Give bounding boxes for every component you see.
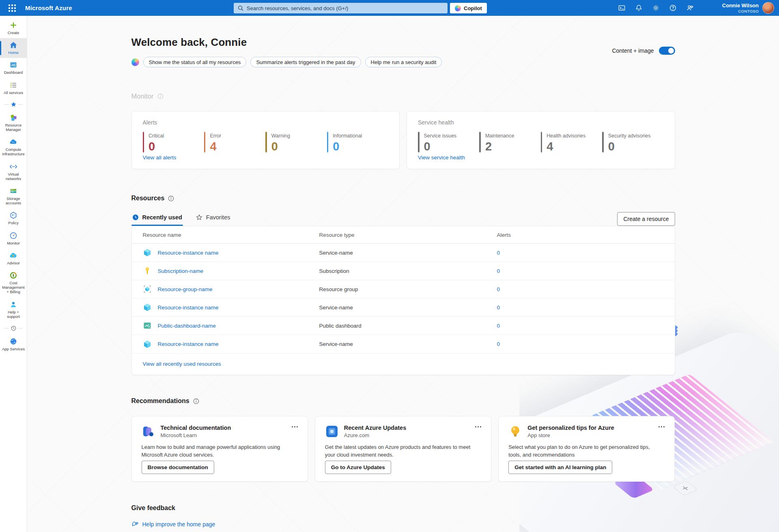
settings-icon[interactable] xyxy=(650,2,662,14)
resource-link[interactable]: Subscription-name xyxy=(158,268,204,274)
alert-stat-critical: Critical 0 xyxy=(143,132,204,152)
table-row: Resource-instance name Service-name 0 xyxy=(132,244,675,262)
account-menu[interactable]: Connie Wilson CONTOSO xyxy=(722,0,774,16)
resource-group-icon xyxy=(143,285,152,294)
history-icon[interactable] xyxy=(11,325,17,331)
resource-link[interactable]: Public-dashboard-name xyxy=(158,323,216,329)
browse-documentation-button[interactable]: Browse documentation xyxy=(142,461,214,474)
sidebar-item-monitor[interactable]: Monitor xyxy=(0,229,27,249)
recommendations-section-heading: Recommendations xyxy=(131,397,675,405)
alert-count-link[interactable]: 0 xyxy=(497,268,664,274)
copilot-chip-alerts[interactable]: Summarize alerts triggered in the past d… xyxy=(250,57,361,67)
home-icon xyxy=(9,41,17,49)
resource-link[interactable]: Resource-group-name xyxy=(158,286,213,292)
sidebar-item-dashboard[interactable]: Dashboard xyxy=(0,58,27,78)
support-person-icon xyxy=(9,300,17,309)
column-alerts: Alerts xyxy=(497,232,664,238)
feedback-icon[interactable] xyxy=(684,2,696,14)
user-org: CONTOSO xyxy=(722,9,759,13)
view-all-alerts-link[interactable]: View all alerts xyxy=(143,154,176,161)
sidebar-item-compute-infrastructure[interactable]: Compute infrastructure xyxy=(0,135,27,159)
sidebar-item-all-services[interactable]: All services xyxy=(0,78,27,98)
sidebar-item-cost-management[interactable]: Cost Management + Billing xyxy=(0,268,27,298)
more-options-icon[interactable] xyxy=(656,424,667,430)
sidebar-item-policy[interactable]: Policy xyxy=(0,208,27,228)
list-icon xyxy=(9,81,17,89)
table-row: Resource-instance name Service-name 0 xyxy=(132,335,675,353)
info-icon[interactable] xyxy=(193,398,199,404)
health-stat-health-advisories: Health advisories 4 xyxy=(541,132,602,152)
table-row: Subscription-name Subscription 0 xyxy=(132,262,675,280)
copilot-chip-status[interactable]: Show me the status of all my resources xyxy=(143,57,247,67)
user-name: Connie Wilson xyxy=(722,2,759,9)
copilot-button[interactable]: Copilot xyxy=(450,3,487,13)
copilot-chip-security[interactable]: Help me run a security audit xyxy=(365,57,442,67)
notifications-icon[interactable] xyxy=(633,2,645,14)
sidebar-item-help-support[interactable]: Help + support xyxy=(0,298,27,322)
main-content: Welcome back, Connie Show me the status … xyxy=(27,16,779,532)
table-row: Public-dashboard-name Public dashboard 0 xyxy=(132,317,675,335)
policy-icon xyxy=(9,211,17,219)
more-options-icon[interactable] xyxy=(473,424,484,430)
resource-link[interactable]: Resource-instance name xyxy=(158,305,219,311)
recommendation-card-documentation: Technical documentation Microsoft Learn … xyxy=(131,416,308,482)
sidebar-item-advisor[interactable]: Advisor xyxy=(0,249,27,268)
top-bar: Microsoft Azure Copilot Connie Wilson xyxy=(0,0,779,16)
table-row: Resource-group-name Resource group 0 xyxy=(132,280,675,298)
plus-key-illustration xyxy=(672,481,698,496)
sidebar-item-app-services[interactable]: App Services xyxy=(0,335,27,354)
search-icon xyxy=(238,5,243,11)
sidebar-item-home[interactable]: Home xyxy=(0,38,27,58)
global-search[interactable] xyxy=(234,3,448,13)
monitor-section-heading: Monitor xyxy=(131,92,675,100)
storage-icon xyxy=(9,187,17,195)
waffle-menu-icon[interactable] xyxy=(4,0,20,16)
alert-count-link[interactable]: 0 xyxy=(497,305,664,311)
clock-icon xyxy=(132,214,139,221)
feedback-bubbles-icon xyxy=(131,521,139,528)
view-all-resources-link[interactable]: View all recently used resources xyxy=(143,361,221,367)
cloud-icon xyxy=(9,138,17,146)
resource-link[interactable]: Resource-instance name xyxy=(158,250,219,256)
get-started-ai-plan-button[interactable]: Get started with an AI learning plan xyxy=(508,461,612,474)
go-to-azure-updates-button[interactable]: Go to Azure Updates xyxy=(325,461,391,474)
copilot-suggestions: Show me the status of all my resources S… xyxy=(131,57,442,67)
feedback-section-heading: Give feedback xyxy=(131,504,675,512)
view-service-health-link[interactable]: View service health xyxy=(418,154,465,161)
plus-icon xyxy=(9,21,17,29)
sidebar-item-create[interactable]: Create xyxy=(0,18,27,38)
alert-count-link[interactable]: 0 xyxy=(497,250,664,256)
service-health-card: Service health Service issues 0 Maintena… xyxy=(407,111,675,169)
alert-count-link[interactable]: 0 xyxy=(497,323,664,329)
star-icon[interactable] xyxy=(11,101,17,107)
cloud-shell-icon[interactable] xyxy=(615,2,628,14)
content-image-toggle[interactable] xyxy=(659,47,675,55)
search-input[interactable] xyxy=(247,5,443,11)
resources-section-heading: Resources xyxy=(131,195,675,202)
globe-icon xyxy=(9,337,17,345)
help-icon[interactable] xyxy=(667,2,679,14)
tab-favorites[interactable]: Favorites xyxy=(195,212,231,226)
table-row: Resource-instance name Service-name 0 xyxy=(132,298,675,317)
product-title[interactable]: Microsoft Azure xyxy=(25,4,72,11)
dashboard-icon xyxy=(9,61,17,69)
create-resource-button[interactable]: Create a resource xyxy=(617,212,675,226)
sidebar-item-storage-accounts[interactable]: Storage accounts xyxy=(0,184,27,208)
avatar[interactable] xyxy=(762,2,774,14)
alert-count-link[interactable]: 0 xyxy=(497,286,664,292)
microsoft-learn-icon xyxy=(142,425,155,438)
resource-link[interactable]: Resource-instance name xyxy=(158,341,219,347)
service-health-card-title: Service health xyxy=(418,119,664,126)
alert-count-link[interactable]: 0 xyxy=(497,341,664,347)
copilot-icon xyxy=(455,5,461,11)
alert-stat-warning: Warning 0 xyxy=(265,132,327,152)
info-icon[interactable] xyxy=(168,195,174,202)
key-icon xyxy=(143,266,152,275)
help-improve-link[interactable]: Help improve the home page xyxy=(131,521,675,528)
tab-recently-used[interactable]: Recently used xyxy=(131,212,183,226)
info-icon xyxy=(157,93,164,99)
sidebar-item-virtual-networks[interactable]: Virtual networks xyxy=(0,160,27,184)
sidebar-item-resource-manager[interactable]: Resource Manager xyxy=(0,111,27,135)
resources-tabs: Recently used Favorites xyxy=(131,212,231,226)
more-options-icon[interactable] xyxy=(289,424,300,430)
